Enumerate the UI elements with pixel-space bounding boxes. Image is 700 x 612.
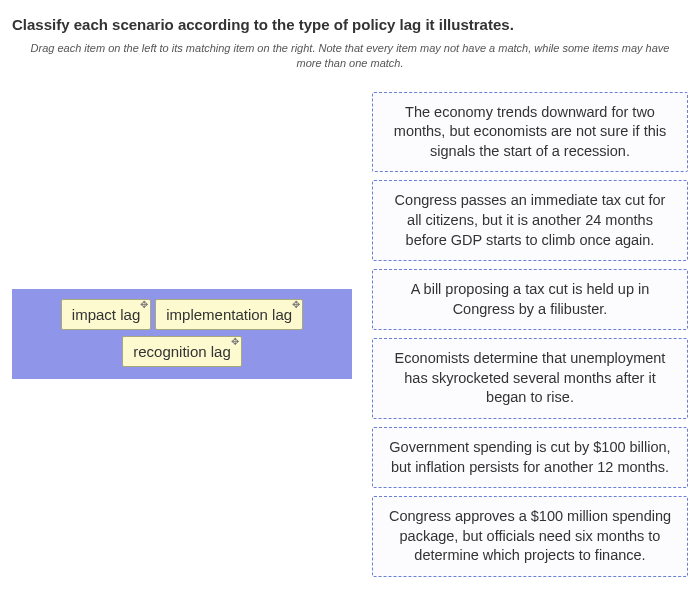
drag-source-panel: impact lag ✥ implementation lag ✥ recogn… [12,289,352,379]
drag-chip-label: recognition lag [133,343,231,360]
drop-target[interactable]: A bill proposing a tax cut is held up in… [372,269,688,330]
drop-target-text: Government spending is cut by $100 billi… [387,438,673,477]
drop-target-text: A bill proposing a tax cut is held up in… [387,280,673,319]
drop-target-text: Economists determine that unemployment h… [387,349,673,408]
move-icon: ✥ [292,300,300,310]
match-area: impact lag ✥ implementation lag ✥ recogn… [12,92,688,577]
left-column: impact lag ✥ implementation lag ✥ recogn… [12,289,352,379]
drop-target-text: Congress approves a $100 million spendin… [387,507,673,566]
move-icon: ✥ [231,337,239,347]
drop-target[interactable]: Congress approves a $100 million spendin… [372,496,688,577]
drag-chip-impact-lag[interactable]: impact lag ✥ [61,299,151,330]
drop-target-text: Congress passes an immediate tax cut for… [387,191,673,250]
drop-target[interactable]: Economists determine that unemployment h… [372,338,688,419]
drag-chip-label: implementation lag [166,306,292,323]
drag-chip-implementation-lag[interactable]: implementation lag ✥ [155,299,303,330]
drop-target[interactable]: The economy trends downward for two mont… [372,92,688,173]
right-column: The economy trends downward for two mont… [372,92,688,577]
question-title: Classify each scenario according to the … [12,16,688,33]
drop-target-text: The economy trends downward for two mont… [387,103,673,162]
move-icon: ✥ [140,300,148,310]
drop-target[interactable]: Congress passes an immediate tax cut for… [372,180,688,261]
drag-chip-label: impact lag [72,306,140,323]
question-instructions: Drag each item on the left to its matchi… [20,41,680,72]
drag-chip-recognition-lag[interactable]: recognition lag ✥ [122,336,242,367]
drop-target[interactable]: Government spending is cut by $100 billi… [372,427,688,488]
